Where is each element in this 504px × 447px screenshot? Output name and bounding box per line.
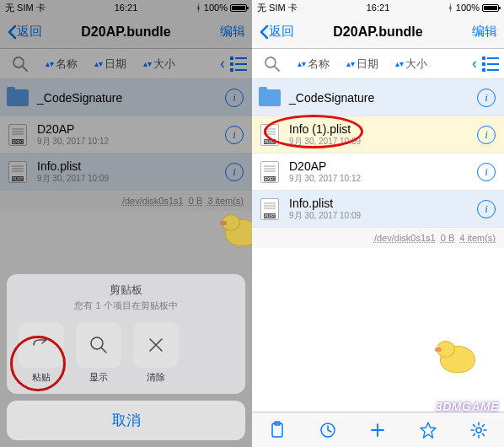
phone-right: 无 SIM 卡 16:21 ᚼ 100% 返回 D20AP.bundle 编辑 … [252, 0, 504, 447]
clear-button[interactable]: 清除 [133, 322, 179, 384]
sort-bar: ▴▾名称 ▴▾日期 ▴▾大小 ‹ [0, 49, 252, 79]
settings-icon[interactable] [469, 421, 488, 439]
collapse-button[interactable]: ‹ [220, 55, 225, 73]
svg-rect-3 [230, 62, 233, 66]
bottom-toolbar [252, 412, 504, 447]
action-sheet: 剪贴板 您有 1 个项目在剪贴板中 粘贴 显示 [7, 274, 245, 440]
sort-icon: ▴▾ [395, 62, 404, 66]
info-button[interactable]: i [477, 200, 496, 218]
cancel-button[interactable]: 取消 [7, 401, 245, 440]
clipboard-icon[interactable] [268, 421, 287, 439]
sort-icon: ▴▾ [143, 62, 152, 66]
history-icon[interactable] [319, 421, 337, 439]
file-name: Info.plist [289, 197, 477, 210]
svg-rect-6 [235, 63, 247, 65]
svg-point-21 [476, 428, 481, 433]
edit-button[interactable]: 编辑 [472, 24, 497, 40]
exec-icon: EXEC [259, 161, 281, 183]
svg-rect-17 [487, 69, 499, 71]
folder-icon [7, 87, 29, 109]
file-row[interactable]: PLIST Info.plist9月 30, 2017 10:09 i [0, 153, 252, 191]
sort-icon: ▴▾ [46, 62, 54, 66]
file-row[interactable]: EXEC D20AP9月 30, 2017 10:12 i [0, 116, 252, 153]
view-grid-button[interactable] [482, 57, 499, 72]
svg-rect-5 [235, 57, 247, 59]
sort-size[interactable]: ▴▾大小 [137, 55, 182, 73]
file-name: D20AP [37, 122, 225, 136]
add-icon[interactable] [368, 421, 387, 439]
plist-icon: PLIST [259, 198, 281, 220]
edit-button[interactable]: 编辑 [220, 24, 245, 40]
file-date: 9月 30, 2017 10:12 [289, 173, 477, 185]
nav-bar: 返回 D20AP.bundle 编辑 [0, 15, 252, 49]
sort-size[interactable]: ▴▾大小 [389, 55, 434, 73]
svg-rect-7 [235, 69, 247, 71]
folder-icon [259, 87, 281, 109]
file-row[interactable]: _CodeSignature i [0, 79, 252, 116]
info-button[interactable]: i [225, 163, 244, 181]
file-date: 9月 30, 2017 10:09 [289, 136, 477, 148]
svg-rect-12 [482, 57, 485, 60]
svg-point-0 [13, 57, 24, 67]
file-name: Info.plist [37, 159, 225, 173]
info-button[interactable]: i [477, 89, 496, 107]
sheet-subtitle: 您有 1 个项目在剪贴板中 [15, 299, 237, 312]
info-button[interactable]: i [477, 163, 496, 181]
svg-line-1 [23, 67, 27, 71]
collapse-button[interactable]: ‹ [472, 55, 477, 73]
phone-left: 无 SIM 卡 16:21 ᚼ 100% 返回 D20AP.bundle 编辑 … [0, 0, 252, 447]
paste-button[interactable]: 粘贴 [19, 322, 64, 384]
sort-icon: ▴▾ [346, 62, 355, 66]
file-date: 9月 30, 2017 10:09 [289, 210, 477, 222]
info-button[interactable]: i [225, 89, 244, 107]
clock: 16:21 [252, 3, 504, 13]
svg-rect-13 [482, 62, 485, 66]
show-button[interactable]: 显示 [76, 322, 121, 384]
close-icon [133, 322, 179, 368]
share-icon [19, 322, 64, 368]
footer-stats: /dev/disk0s1s10 B4 item(s) [252, 228, 504, 248]
file-name: Info (1).plist [289, 122, 477, 136]
svg-line-9 [101, 347, 106, 353]
file-name: D20AP [289, 159, 477, 173]
status-bar: 无 SIM 卡 16:21 ᚼ 100% [0, 0, 252, 15]
clock: 16:21 [0, 3, 252, 13]
footer-stats: /dev/disk0s1s10 B3 item(s) [0, 191, 252, 211]
file-date: 9月 30, 2017 10:12 [37, 136, 225, 148]
watermark: 3DMGAME [436, 400, 499, 413]
sort-bar: ▴▾名称 ▴▾日期 ▴▾大小 ‹ [252, 49, 504, 79]
battery-icon [482, 4, 499, 12]
file-row[interactable]: PLIST Info (1).plist9月 30, 2017 10:09 i [252, 116, 504, 153]
star-icon[interactable] [419, 421, 437, 439]
back-button[interactable]: 返回 [259, 24, 294, 40]
exec-icon: EXEC [7, 124, 29, 146]
file-row[interactable]: PLIST Info.plist9月 30, 2017 10:09 i [252, 191, 504, 228]
back-button[interactable]: 返回 [7, 24, 42, 40]
sheet-title: 剪贴板 [15, 283, 237, 298]
sort-name[interactable]: ▴▾名称 [39, 55, 84, 73]
sort-icon: ▴▾ [298, 62, 306, 66]
status-bar: 无 SIM 卡 16:21 ᚼ 100% [252, 0, 504, 15]
file-row[interactable]: EXEC D20AP9月 30, 2017 10:12 i [252, 153, 504, 191]
plist-icon: PLIST [7, 161, 29, 183]
file-name: _CodeSignature [289, 91, 477, 105]
sort-icon: ▴▾ [94, 62, 103, 66]
search-button[interactable] [257, 54, 287, 74]
svg-rect-15 [487, 57, 499, 59]
sort-date[interactable]: ▴▾日期 [88, 55, 133, 73]
view-grid-button[interactable] [230, 57, 247, 72]
svg-rect-2 [230, 57, 233, 60]
sort-name[interactable]: ▴▾名称 [291, 55, 336, 73]
file-row[interactable]: _CodeSignature i [252, 79, 504, 116]
plist-icon: PLIST [259, 124, 281, 146]
svg-line-11 [275, 67, 279, 71]
svg-rect-16 [487, 63, 499, 65]
info-button[interactable]: i [225, 126, 244, 144]
sort-date[interactable]: ▴▾日期 [340, 55, 385, 73]
file-list: _CodeSignature i PLIST Info (1).plist9月 … [252, 79, 504, 412]
svg-point-10 [265, 57, 276, 67]
battery-icon [230, 4, 247, 12]
search-button[interactable] [5, 54, 35, 74]
info-button[interactable]: i [477, 126, 496, 144]
svg-rect-4 [230, 68, 233, 72]
